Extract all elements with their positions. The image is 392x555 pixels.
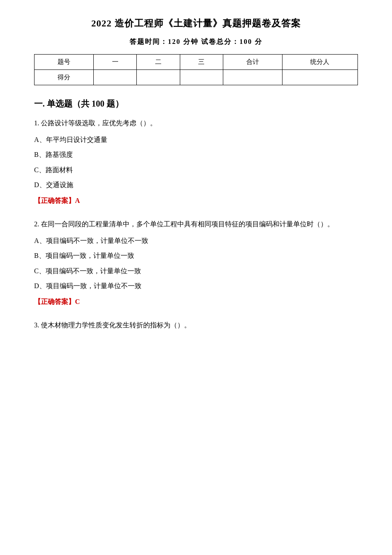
question-1-option-b: B、路基强度	[34, 149, 358, 160]
question-2-answer: 【正确答案】C	[34, 298, 358, 306]
question-1-text: 1. 公路设计等级选取，应优先考虑（）。	[34, 117, 358, 129]
question-2-option-d: D、项目编码一致，计量单位不一致	[34, 280, 358, 292]
table-score-three	[180, 70, 223, 85]
question-2-option-b: B、项目编码一致，计量单位一致	[34, 250, 358, 261]
question-1-option-d: D、交通设施	[34, 179, 358, 191]
question-1-answer: 【正确答案】A	[34, 197, 358, 205]
score-table: 题号 一 二 三 合计 统分人 得分	[34, 54, 358, 85]
question-3: 3. 使木材物理力学性质变化发生转折的指标为（）。	[34, 319, 358, 331]
table-scorer-name	[282, 70, 357, 85]
table-header-total: 合计	[223, 55, 282, 70]
question-2: 2. 在同一合同段的工程量清单中，多个单位工程中具有相同项目特征的项目编码和计量…	[34, 218, 358, 306]
question-3-text: 3. 使木材物理力学性质变化发生转折的指标为（）。	[34, 319, 358, 331]
exam-info: 答题时间：120 分钟 试卷总分：100 分	[34, 38, 358, 46]
table-row-label: 得分	[35, 70, 94, 85]
section1-title: 一. 单选题（共 100 题）	[34, 98, 358, 110]
question-2-option-a: A、项目编码不一致，计量单位不一致	[34, 235, 358, 246]
page-title: 2022 造价工程师《土建计量》真题押题卷及答案	[34, 17, 358, 30]
table-header-one: 一	[94, 55, 137, 70]
table-score-two	[137, 70, 180, 85]
table-header-scorer: 统分人	[282, 55, 357, 70]
question-1: 1. 公路设计等级选取，应优先考虑（）。 A、年平均日设计交通量 B、路基强度 …	[34, 117, 358, 205]
table-score-total	[223, 70, 282, 85]
question-1-option-a: A、年平均日设计交通量	[34, 134, 358, 145]
table-score-one	[94, 70, 137, 85]
question-2-option-c: C、项目编码不一致，计量单位一致	[34, 265, 358, 277]
table-header-three: 三	[180, 55, 223, 70]
table-header-num: 题号	[35, 55, 94, 70]
question-2-text: 2. 在同一合同段的工程量清单中，多个单位工程中具有相同项目特征的项目编码和计量…	[34, 218, 358, 230]
table-header-two: 二	[137, 55, 180, 70]
question-1-option-c: C、路面材料	[34, 164, 358, 176]
